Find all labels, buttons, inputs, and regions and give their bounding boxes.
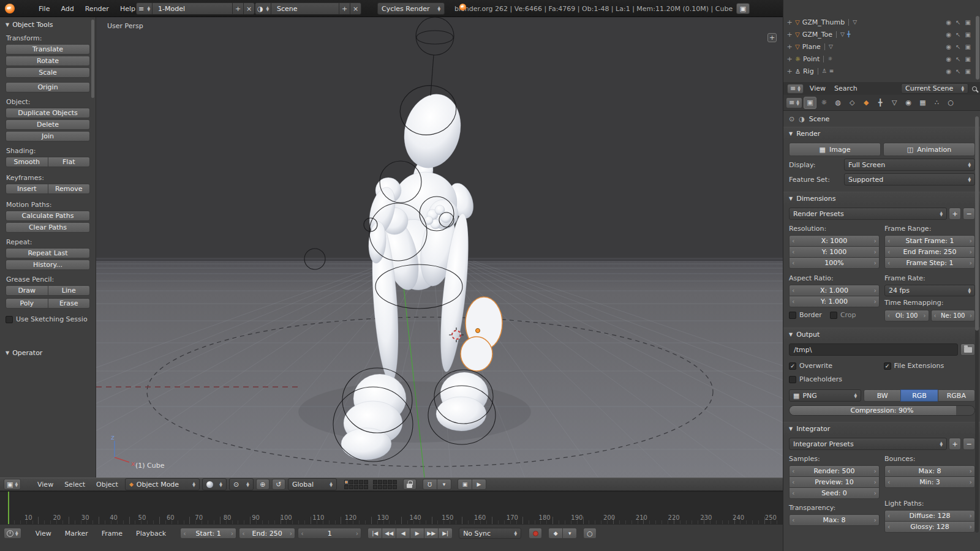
record-button[interactable]	[529, 528, 542, 539]
layer-toggle[interactable]	[378, 480, 382, 484]
expand-icon[interactable]: +	[786, 31, 793, 39]
dimensions-panel-header[interactable]: ▼Dimensions	[783, 192, 980, 205]
preset-remove-button[interactable]: −	[963, 438, 975, 450]
color-bw-button[interactable]: BW	[864, 389, 901, 402]
pin-icon[interactable]: ⊙	[789, 115, 794, 123]
camera-icon[interactable]: ▣	[965, 43, 971, 50]
layer-toggle[interactable]	[364, 480, 368, 484]
screen-name-field[interactable]: 1-Model	[152, 2, 233, 15]
preset-add-button[interactable]: +	[949, 208, 961, 220]
snap-toggle-button[interactable]: Ω	[423, 479, 437, 490]
menu-view[interactable]: View	[807, 82, 828, 95]
camera-icon[interactable]: ▣	[965, 31, 971, 38]
layer-toggle[interactable]	[359, 485, 363, 489]
resolution-x-field[interactable]: X: 1000	[789, 235, 880, 247]
crop-checkbox[interactable]	[830, 312, 837, 319]
join-button[interactable]: Join	[6, 131, 90, 141]
layer-toggle[interactable]	[354, 485, 358, 489]
color-rgb-button[interactable]: RGB	[900, 389, 938, 402]
lock-camera-button[interactable]	[403, 479, 417, 490]
scene-delete-button[interactable]: ×	[350, 2, 361, 15]
editor-type-selector[interactable]	[4, 528, 21, 539]
tab-constraints[interactable]: ◇	[846, 97, 859, 109]
mode-select[interactable]: ◆ Object Mode	[125, 478, 200, 490]
outliner-row-rig[interactable]: + ♙ Rig ♙ ≡ ◉↖▣	[783, 65, 980, 77]
viewport-shading-select[interactable]	[202, 478, 227, 490]
resolution-percent-field[interactable]: 100%	[789, 257, 880, 269]
layer-toggle[interactable]	[359, 480, 363, 484]
menu-view[interactable]: View	[30, 527, 57, 540]
tab-data[interactable]: ▽	[888, 97, 901, 109]
bounces-max-field[interactable]: Max: 8	[884, 465, 975, 477]
output-panel-header[interactable]: ▼Output	[783, 328, 980, 341]
gp-line-button[interactable]: Line	[48, 285, 91, 296]
camera-icon[interactable]: ▣	[965, 19, 971, 26]
timeline-ruler[interactable]: 1020304050607080901001101201301401501601…	[0, 491, 783, 524]
search-icon[interactable]	[972, 86, 977, 91]
delete-button[interactable]: Delete	[6, 119, 90, 130]
overwrite-checkbox[interactable]	[789, 362, 796, 370]
layer-toggle[interactable]	[393, 485, 397, 489]
editor-type-selector[interactable]: ≡	[787, 84, 804, 94]
play-button[interactable]: ▶	[410, 528, 424, 539]
layer-toggle[interactable]	[378, 485, 382, 489]
compression-slider[interactable]: Compression: 90%	[789, 405, 975, 416]
tab-scene[interactable]: ☼	[818, 97, 831, 109]
expand-icon[interactable]: +	[786, 67, 793, 75]
origin-button[interactable]: Origin	[6, 82, 90, 92]
tab-modifiers[interactable]: ╋	[874, 97, 887, 109]
clear-paths-button[interactable]: Clear Paths	[6, 222, 90, 233]
tab-world[interactable]: ◍	[832, 97, 845, 109]
insert-keyframe-button[interactable]: Insert	[6, 184, 48, 194]
tool-shelf-scrollbar[interactable]	[91, 20, 94, 98]
glossy-bounces-field[interactable]: Glossy: 128	[884, 521, 975, 533]
tab-object[interactable]: ◆	[860, 97, 873, 109]
layer-toggle[interactable]	[373, 480, 377, 484]
scene-add-button[interactable]: +	[339, 2, 350, 15]
smooth-button[interactable]: Smooth	[6, 157, 48, 167]
object-origin-dot[interactable]	[476, 329, 480, 333]
border-checkbox[interactable]	[789, 312, 796, 319]
scene-browse-button[interactable]: ◑	[255, 2, 271, 15]
opengl-render-button[interactable]: ▣	[458, 479, 472, 490]
viewport-3d[interactable]: z x User Persp (1) Cube +	[96, 17, 783, 478]
file-extensions-checkbox[interactable]	[884, 362, 891, 370]
menu-render[interactable]: Render	[80, 0, 115, 17]
menu-file[interactable]: File	[33, 0, 55, 17]
transparency-max-field[interactable]: Max: 8	[789, 514, 880, 526]
repeat-last-button[interactable]: Repeat Last	[6, 248, 90, 258]
outliner-row-plane[interactable]: + ▽ Plane ▽ ◉↖▣	[783, 40, 980, 53]
aspect-y-field[interactable]: Y: 1.000	[789, 296, 880, 307]
tab-texture[interactable]: ▦	[916, 97, 929, 109]
screen-delete-button[interactable]: ×	[243, 2, 255, 15]
menu-frame[interactable]: Frame	[96, 527, 128, 540]
operator-panel-header[interactable]: ▼Operator	[6, 349, 90, 357]
menu-view[interactable]: View	[33, 478, 58, 490]
menu-search[interactable]: Search	[832, 82, 860, 95]
snap-element-dropdown[interactable]: ▾	[437, 479, 451, 490]
jump-end-button[interactable]: ▶|	[438, 528, 453, 539]
rotate-button[interactable]: Rotate	[6, 56, 90, 66]
editor-type-selector[interactable]: ▣	[4, 479, 21, 490]
camera-icon[interactable]: ▣	[965, 56, 971, 62]
pointer-icon[interactable]: ↖	[956, 19, 960, 26]
remap-new-field[interactable]: Ne: 100	[931, 310, 976, 321]
next-keyframe-button[interactable]: ▶▶	[424, 528, 439, 539]
menu-object[interactable]: Object	[92, 478, 123, 490]
eye-icon[interactable]: ◉	[946, 56, 951, 62]
current-frame-playhead[interactable]	[8, 492, 9, 524]
audio-mute-button[interactable]: ○	[583, 528, 597, 539]
manipulator-toggle-button[interactable]: ⊕	[256, 479, 270, 490]
layer-toggle[interactable]	[383, 480, 387, 484]
layer-toggle[interactable]	[364, 485, 368, 489]
end-frame-field[interactable]: End: 250	[239, 528, 295, 539]
layer-toggle[interactable]	[354, 480, 358, 484]
display-select[interactable]: Full Screen	[844, 159, 975, 171]
screen-browse-button[interactable]: ≡	[136, 2, 153, 15]
seed-field[interactable]: Seed: 0	[789, 487, 880, 499]
layer-toggle[interactable]	[349, 485, 353, 489]
current-frame-field[interactable]: 1	[298, 528, 361, 539]
layer-toggle[interactable]	[349, 480, 353, 484]
outliner-scrollbar[interactable]	[976, 16, 979, 80]
preset-add-button[interactable]: +	[949, 438, 961, 450]
